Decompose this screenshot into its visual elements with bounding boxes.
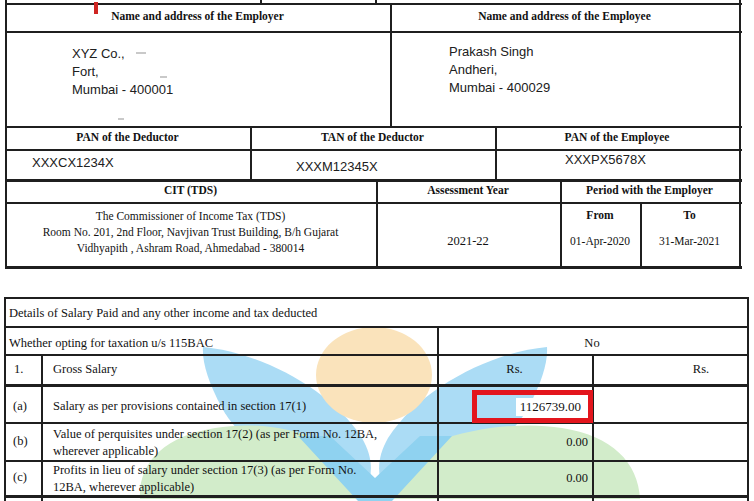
table-border-line (4, 495, 749, 498)
period-from-label: From (560, 209, 640, 221)
table-border-line (4, 326, 749, 328)
highlight-red-box: 1126739.00 (472, 390, 593, 423)
assessment-year-value: 2021-22 (376, 234, 560, 249)
table-border-line (4, 384, 749, 387)
employee-address-line: Andheri, (449, 62, 497, 77)
cit-address-line: The Commissioner of Income Tax (TDS) (5, 210, 376, 222)
red-annotation-mark (94, 2, 98, 14)
table-border-line (5, 126, 742, 128)
row-c-value: 0.00 (437, 471, 588, 486)
table-border-line (41, 354, 43, 501)
table-border-line (5, 149, 742, 151)
pan-deductor-value: XXXCX1234X (32, 155, 114, 170)
tan-deductor-value: XXXM12345X (296, 159, 378, 174)
gross-salary-sno: 1. (14, 362, 23, 377)
table-border-line (5, 179, 742, 182)
table-border-line (5, 3, 742, 5)
table-border-line (5, 202, 742, 204)
table-border-line (5, 266, 742, 269)
table-border-line (747, 297, 749, 501)
period-from-value: 01-Apr-2020 (560, 235, 640, 247)
gross-salary-label: Gross Salary (53, 362, 117, 377)
row-c-label-line: Profits in lieu of salary under section … (53, 463, 356, 478)
period-to-label: To (640, 209, 739, 221)
table-border-line (4, 422, 749, 424)
assessment-year-label: Assessment Year (376, 184, 560, 196)
form16-document-page: { "colors": { "highlight_red": "#e3151d"… (0, 0, 754, 501)
regime-question: Whether opting for taxation u/s 115BAC (9, 336, 213, 351)
tan-deductor-label: TAN of the Deductor (250, 131, 495, 143)
period-to-value: 31-Mar-2021 (640, 235, 739, 247)
employer-address-line: Mumbai - 400001 (72, 82, 173, 97)
table-border-line (4, 354, 749, 356)
row-a-label: Salary as per provisions contained in se… (53, 399, 306, 414)
row-b-label-line: Value of perquisites under section 17(2)… (53, 427, 377, 442)
table-border-line (260, 0, 262, 4)
employee-header: Name and address of the Employee (390, 10, 739, 22)
table-border-line (4, 297, 6, 501)
pan-employee-label: PAN of the Employee (495, 131, 739, 143)
pan-employee-value: XXXPX5678X (565, 152, 646, 167)
employer-address-line: Fort, (72, 64, 99, 79)
amount-col2-header: Rs. (641, 362, 754, 377)
row-b-label-line: wherever applicable) (53, 444, 158, 459)
row-c-label-line: 12BA, wherever applicable) (53, 480, 194, 495)
employer-address-line: XYZ Co., (72, 46, 125, 61)
period-label: Period with the Employer (560, 184, 739, 196)
table-border-line (4, 460, 749, 462)
table-border-line (4, 297, 749, 299)
scan-smudge (136, 52, 146, 54)
row-a-value: 1126739.00 (516, 398, 585, 416)
row-a-sno: (a) (13, 399, 27, 414)
table-border-line (592, 354, 594, 501)
row-b-value: 0.00 (437, 435, 588, 450)
watermark-center-bud (316, 327, 432, 423)
regime-answer: No (437, 336, 747, 351)
employee-address-line: Mumbai - 400029 (449, 80, 550, 95)
cit-address-line: Vidhyapith , Ashram Road, Ahmedabad - 38… (5, 242, 376, 254)
table-border-line (739, 0, 741, 269)
scan-smudge (160, 76, 167, 78)
row-c-sno: (c) (13, 470, 27, 485)
employer-header: Name and address of the Employer (5, 10, 390, 22)
employee-address-line: Prakash Singh (449, 44, 534, 59)
cit-label: CIT (TDS) (5, 184, 376, 196)
cit-address-line: Room No. 201, 2nd Floor, Navjivan Trust … (5, 226, 376, 238)
table-border-line (5, 31, 742, 33)
row-b-sno: (b) (13, 434, 28, 449)
pan-deductor-label: PAN of the Deductor (5, 131, 250, 143)
scan-smudge (118, 118, 124, 120)
table-border-line (375, 0, 377, 4)
amount-col1-header: Rs. (437, 362, 592, 377)
salary-table-title: Details of Salary Paid and any other inc… (9, 306, 317, 321)
